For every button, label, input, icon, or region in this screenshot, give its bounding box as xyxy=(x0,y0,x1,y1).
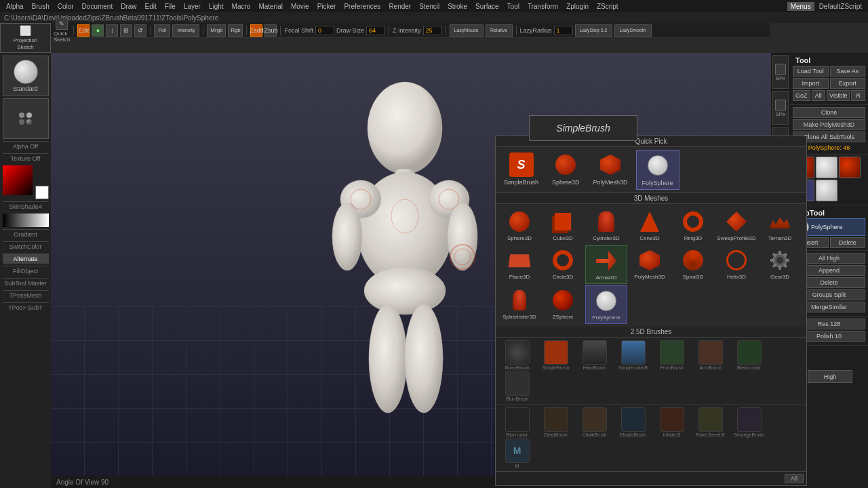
mesh-cone3d[interactable]: Cone3D xyxy=(629,207,671,244)
brush-m[interactable]: M M xyxy=(498,439,536,468)
alpha-section[interactable]: Alpha Off xyxy=(3,141,49,151)
intensity-btn[interactable]: Intensity xyxy=(172,24,199,37)
menu-item-layer[interactable]: Layer xyxy=(180,2,204,11)
lazy-smooth-btn[interactable]: LazySmooth xyxy=(614,24,652,37)
rotate-btn[interactable]: ↺ xyxy=(134,24,146,37)
mesh-gear3d[interactable]: Gear3D xyxy=(759,245,801,284)
export-btn[interactable]: Export xyxy=(830,78,866,89)
brush-preview[interactable]: Standard xyxy=(3,56,49,96)
menu-item-zscript[interactable]: ZScript xyxy=(593,2,622,11)
menu-item-macro[interactable]: Macro xyxy=(229,2,254,11)
move-btn[interactable]: ↕ xyxy=(106,24,118,37)
brush-smudge[interactable]: SmudgeBrush xyxy=(730,407,768,437)
menu-item-color[interactable]: Color xyxy=(54,2,77,11)
brush-hard[interactable]: HardBrush xyxy=(576,340,613,370)
tpose-subt-btn[interactable]: TPos> SubT xyxy=(3,302,49,312)
menu-item-movie[interactable]: Movie xyxy=(288,2,313,11)
relative-btn[interactable]: Relative xyxy=(486,24,513,37)
thumb-polysphere[interactable] xyxy=(816,180,837,201)
all-btn[interactable]: All xyxy=(812,90,826,101)
edit-btn[interactable]: Edit xyxy=(77,24,90,37)
gradient-preview[interactable] xyxy=(3,214,49,227)
r-btn[interactable]: R xyxy=(851,90,865,101)
mesh-circle3d[interactable]: Circle3D xyxy=(542,245,584,284)
brush-rake[interactable]: Rake.Bevel.B xyxy=(692,407,729,437)
mesh-plane3d[interactable]: Plane3D xyxy=(498,245,540,284)
brush-blurrcolor[interactable]: Blurr.color xyxy=(498,407,536,437)
subtool-delete-btn[interactable]: Delete xyxy=(830,237,866,248)
menu-item-brush[interactable]: Brush xyxy=(28,2,53,11)
main-color-swatch[interactable] xyxy=(3,165,33,195)
rgb-btn[interactable]: Rgb xyxy=(228,24,243,37)
import-btn[interactable]: Import xyxy=(793,78,829,89)
texture-section[interactable]: Texture Off xyxy=(3,153,49,163)
brush-chalk[interactable]: ChalkBrush xyxy=(576,407,613,437)
mesh-zsphere[interactable]: ZSphere xyxy=(542,285,584,324)
bpx-icon[interactable]: BPx xyxy=(772,55,789,89)
qp-sphere3d[interactable]: Sphere3D xyxy=(547,150,585,190)
brush-blendcolor[interactable]: Blend.color xyxy=(730,340,768,370)
switch-color-btn[interactable]: SwitchColor xyxy=(3,241,49,251)
brush-simplecolor[interactable]: Simple.colorB xyxy=(614,340,652,370)
focal-shift-value[interactable]: 0 xyxy=(315,26,334,35)
menu-item-preferences[interactable]: Preferences xyxy=(340,2,384,11)
menu-item-material[interactable]: Material xyxy=(255,2,286,11)
mesh-ring3d[interactable]: Ring3D xyxy=(672,207,714,244)
lazy-radius-value[interactable]: 1 xyxy=(554,26,573,35)
mesh-cylinder3d[interactable]: Cylinder3D xyxy=(585,207,627,244)
mesh-polysphere[interactable]: PolySphere xyxy=(585,285,627,324)
menu-item-zplugin[interactable]: Zplugin xyxy=(563,2,592,11)
material-preview[interactable] xyxy=(3,98,49,139)
mesh-cube3d[interactable]: Cube3D xyxy=(542,207,584,244)
visible-btn[interactable]: Visible xyxy=(827,90,850,101)
mrgb-btn[interactable]: Mrgb xyxy=(207,24,226,37)
brush-from[interactable]: FromBrush xyxy=(653,340,690,370)
mesh-helix3d[interactable]: Helix3D xyxy=(715,245,757,284)
thumb-fallsphere[interactable] xyxy=(839,157,861,178)
qp-simplebrush[interactable]: S SimpleBrush xyxy=(498,150,544,190)
menu-item-surface[interactable]: Surface xyxy=(472,2,502,11)
projection-sketch-button[interactable]: ⬜ ProjectionSketch xyxy=(0,23,51,53)
mesh-spherinder3d[interactable]: Spherinder3D xyxy=(498,285,540,324)
default-zscript-btn[interactable]: DefaultZScript xyxy=(816,2,865,11)
quick-sketch-icon[interactable]: ✎ xyxy=(56,18,68,30)
thumb-simplebrush[interactable] xyxy=(816,157,837,178)
mesh-sphere3d[interactable]: Sphere3D xyxy=(498,207,540,244)
menus-btn[interactable]: Menus xyxy=(787,2,814,11)
color-picker[interactable] xyxy=(3,165,49,199)
menu-item-draw[interactable]: Draw xyxy=(117,2,140,11)
tool-title[interactable]: Tool xyxy=(793,55,865,66)
foll-btn[interactable]: Foll xyxy=(154,24,170,37)
menu-item-light[interactable]: Light xyxy=(205,2,227,11)
mesh-arrow3d[interactable]: Arrow3D xyxy=(585,245,627,284)
save-as-btn[interactable]: Save As xyxy=(830,66,866,77)
all-btn-popup[interactable]: All xyxy=(785,474,804,483)
clone-btn[interactable]: Clone xyxy=(793,107,865,118)
tpose-mesh-btn[interactable]: TPoseMesh xyxy=(3,290,49,300)
menu-item-tool[interactable]: Tool xyxy=(504,2,523,11)
make-polymesh-btn[interactable]: Make PolyMesh3D xyxy=(793,119,865,130)
zadd-btn[interactable]: Zadd xyxy=(250,24,262,37)
brush-noise[interactable]: NoiseBrush xyxy=(498,340,536,370)
menu-item-stroke[interactable]: Stroke xyxy=(444,2,471,11)
load-tool-btn[interactable]: Load Tool xyxy=(793,66,829,77)
scale-btn[interactable]: ⊞ xyxy=(120,24,132,37)
menu-item-file[interactable]: File xyxy=(161,2,179,11)
mesh-polymesh3d[interactable]: PolyMesh3D xyxy=(629,245,671,284)
menu-item-transform[interactable]: Transform xyxy=(524,2,561,11)
lazy-mouse-btn[interactable]: LazyMouse xyxy=(450,24,484,37)
mesh-spiral3d[interactable]: Spiral3D xyxy=(672,245,714,284)
brush-elastic[interactable]: ElasticBrush xyxy=(614,407,652,437)
mesh-terrain3d[interactable]: Terrain3D xyxy=(759,207,801,244)
menu-item-stencil[interactable]: Stencil xyxy=(416,2,443,11)
alternate-btn[interactable]: Alternate xyxy=(3,253,49,264)
brush-inflate[interactable]: Inflate.B xyxy=(653,407,690,437)
menu-item-alpha[interactable]: Alpha xyxy=(3,2,27,11)
secondary-color-swatch[interactable] xyxy=(35,186,49,199)
subtool-master-btn[interactable]: SubTool Master xyxy=(3,278,49,288)
brush-blurr[interactable]: BlurrBrush xyxy=(498,371,536,401)
zsub-btn[interactable]: Zsub xyxy=(264,24,277,37)
qp-polymesh3d[interactable]: PolyMesh3D xyxy=(588,150,633,190)
menu-item-picker[interactable]: Picker xyxy=(314,2,340,11)
menu-item-edit[interactable]: Edit xyxy=(142,2,160,11)
